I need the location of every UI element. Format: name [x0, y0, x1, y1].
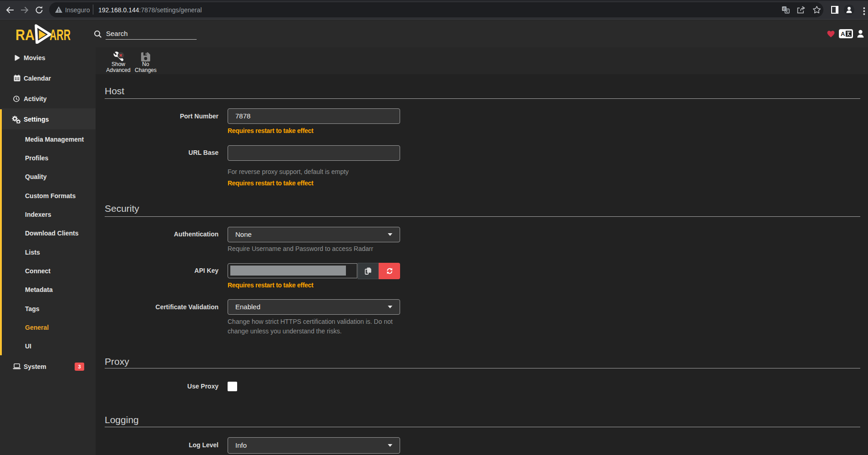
svg-text:A: A — [841, 31, 845, 37]
svg-text:RA: RA — [15, 26, 35, 43]
svg-text:ARR: ARR — [50, 26, 71, 43]
